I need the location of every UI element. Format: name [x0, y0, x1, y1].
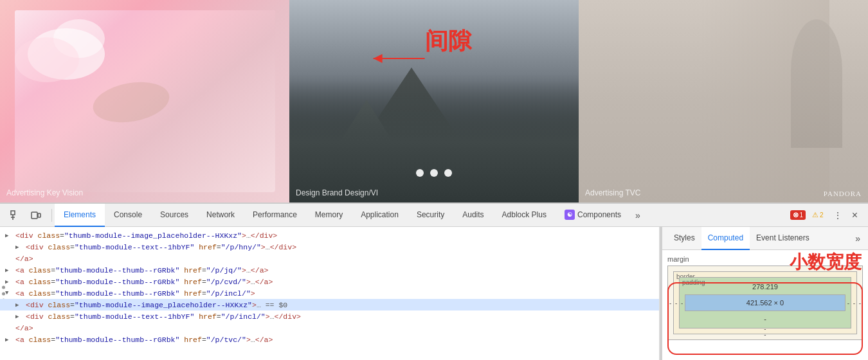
components-icon: ☯	[565, 210, 575, 220]
annotation-arrow	[374, 58, 425, 59]
pandora-brand-label: PANDORA	[824, 190, 862, 197]
box-annotation-text: 小数宽度	[790, 250, 862, 274]
warning-badge: ⚠ 2	[809, 210, 826, 220]
close-devtools-button[interactable]: ×	[849, 210, 860, 221]
person-background	[579, 0, 868, 203]
tab-adblock[interactable]: Adblock Plus	[493, 204, 556, 227]
box-margin: - - - - border - - - - padding 278.219	[667, 266, 863, 340]
devtools-content-area: ▶ <div class="thumb-module--image_placeh…	[0, 227, 868, 360]
devtools-panel: Elements Console Sources Network Perform…	[0, 203, 868, 360]
tab-application[interactable]: Application	[352, 204, 408, 227]
middle-image-panel: 间隙 Design Brand Design/VI	[289, 0, 579, 203]
content-dimensions: 421.562 × 0	[746, 299, 784, 307]
error-badge: ⊗ 1	[790, 210, 806, 220]
html-line-8: ▶ <div class="thumb-module--text--1hbYF"…	[0, 310, 659, 322]
html-line-9: </a>	[0, 322, 659, 334]
toolbar-divider-1	[51, 209, 52, 222]
gap-annotation: 间隙	[425, 26, 471, 57]
html-line-1: ▶ <div class="thumb-module--image_placeh…	[0, 230, 659, 241]
margin-left-value: -	[669, 300, 671, 307]
box-content: 421.562 × 0	[685, 294, 845, 311]
border-right-value: -	[853, 300, 855, 307]
html-line-2: ▶ <div class="thumb-module--text--1hbYF"…	[0, 241, 659, 253]
right-panel-more-button[interactable]: »	[853, 233, 863, 244]
border-left-value: -	[675, 300, 677, 307]
left-image-panel: Advertising Key Vision	[0, 0, 289, 203]
padding-label: padding	[682, 279, 705, 286]
jewelry-image	[15, 10, 275, 193]
devtools-toolbar: Elements Console Sources Network Perform…	[0, 204, 868, 227]
svg-rect-0	[11, 211, 15, 215]
svg-rect-4	[38, 213, 41, 217]
tab-elements[interactable]: Elements	[55, 204, 105, 227]
toolbar-right-section: ⊗ 1 ⚠ 2 ⋮ ×	[790, 208, 865, 223]
box-padding: padding 278.219 - - 421.562 × 0 -	[679, 277, 851, 328]
device-toggle-button[interactable]	[28, 208, 44, 223]
devtools-tab-list: Elements Console Sources Network Perform…	[55, 204, 646, 227]
left-panel-label: Advertising Key Vision	[6, 188, 83, 197]
image-area: Advertising Key Vision 间隙 Design Brand D…	[0, 0, 868, 203]
inspect-element-button[interactable]	[8, 208, 23, 223]
box-model-area: 小数宽度 margin - - - - border - - - - paddi…	[662, 250, 868, 360]
tab-memory[interactable]: Memory	[306, 204, 352, 227]
html-line-10: ▶ <a class="thumb-module--thumb--rGRbk" …	[0, 334, 659, 345]
tab-security[interactable]: Security	[408, 204, 453, 227]
dot-1	[416, 169, 424, 177]
right-tab-styles[interactable]: Styles	[667, 227, 701, 250]
tab-console[interactable]: Console	[105, 204, 151, 227]
padding-bottom-value: -	[685, 315, 845, 323]
tab-components[interactable]: ☯ Components	[556, 204, 630, 227]
right-panel: Styles Computed Event Listeners » 小数宽度 m…	[662, 227, 868, 360]
html-line-6: ▼ <a class="thumb-module--thumb--rGRbk" …	[0, 287, 659, 299]
right-image-panel: Advertising TVC PANDORA	[579, 0, 868, 203]
tab-performance[interactable]: Performance	[244, 204, 306, 227]
svg-rect-3	[32, 212, 37, 219]
right-panel-label: Advertising TVC	[585, 188, 640, 197]
tab-sources[interactable]: Sources	[151, 204, 197, 227]
padding-top-value: 278.219	[685, 283, 845, 291]
padding-right-value: -	[847, 300, 849, 307]
right-tab-computed[interactable]: Computed	[701, 227, 750, 250]
html-line-5: ▶ <a class="thumb-module--thumb--rGRbk" …	[0, 276, 659, 287]
tab-more-button[interactable]: »	[630, 204, 646, 227]
settings-button[interactable]: ⋮	[830, 208, 845, 223]
middle-panel-label: Design Brand Design/VI	[296, 188, 378, 197]
html-panel: ▶ <div class="thumb-module--image_placeh…	[0, 227, 660, 360]
tab-audits[interactable]: Audits	[453, 204, 493, 227]
html-line-4: ▶ <a class="thumb-module--thumb--rGRbk" …	[0, 264, 659, 276]
box-border: border - - - - padding 278.219 - -	[673, 271, 857, 334]
tab-network[interactable]: Network	[197, 204, 244, 227]
html-line-7: ▶ <div class="thumb-module--image_placeh…	[0, 299, 659, 310]
toolbar-icons-group	[3, 208, 49, 223]
right-panel-tabs: Styles Computed Event Listeners »	[662, 227, 868, 250]
dot-3	[444, 169, 452, 177]
margin-right-value: -	[859, 300, 861, 307]
dot-2	[430, 169, 438, 177]
carousel-dots	[416, 169, 452, 177]
padding-left-value: -	[681, 300, 683, 307]
right-tab-event-listeners[interactable]: Event Listeners	[750, 227, 816, 250]
gap-annotation-text: 间隙	[425, 28, 471, 54]
html-line-3: </a>	[0, 253, 659, 264]
